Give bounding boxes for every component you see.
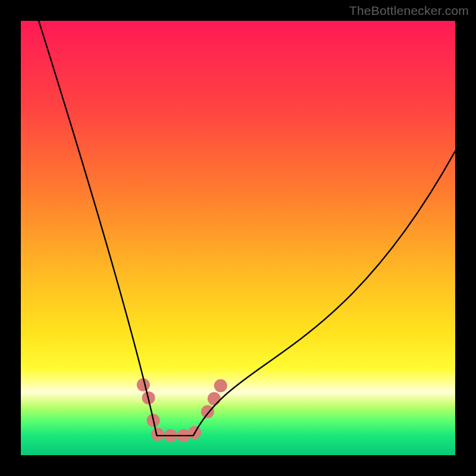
bottleneck-curve [36,21,455,436]
curve-layer [21,21,455,455]
watermark-text: TheBottlenecker.com [349,4,469,18]
plot-area [21,21,455,455]
highlight-dot [208,392,221,405]
highlight-dot [151,428,164,441]
highlight-dot [214,379,227,392]
chart-frame: TheBottlenecker.com [0,0,476,476]
highlight-dots [137,378,227,442]
